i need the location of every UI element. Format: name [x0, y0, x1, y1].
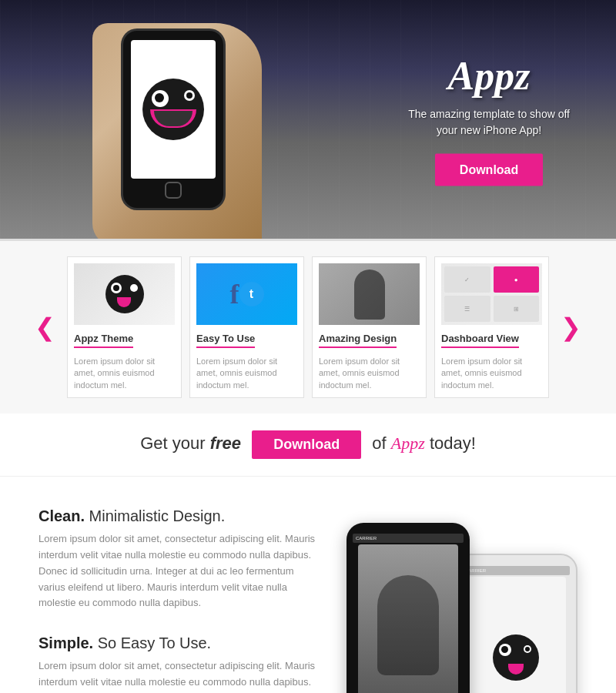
carousel-item-dashboard: ✓ ● ☰ ⊞ Dashboard View Lorem ipsum dolor… — [434, 256, 549, 398]
carousel-item-title-easy: Easy To Use — [196, 333, 255, 348]
feature-clean: Clean. Minimalistic Design. Lorem ipsum … — [38, 507, 316, 611]
banner-download-button[interactable]: Download — [252, 430, 361, 459]
carousel-item-text-design: Lorem ipsum dolor sit amet, omnis euismo… — [319, 356, 420, 391]
mini-monster — [105, 275, 144, 313]
phone-white: CARRIER — [454, 554, 578, 693]
carousel-img-design — [319, 263, 420, 325]
carousel-img-appz — [74, 263, 175, 325]
carousel-img-dashboard: ✓ ● ☰ ⊞ — [441, 263, 542, 325]
carousel-img-easy: f t — [196, 263, 297, 325]
hero-phone — [92, 23, 262, 239]
monster-eye-right — [184, 90, 195, 101]
dashboard-grid: ✓ ● ☰ ⊞ — [441, 263, 542, 325]
facebook-icon: f — [230, 278, 239, 310]
feature-simple: Simple. So Easy To Use. Lorem ipsum dolo… — [38, 634, 316, 693]
monster-mouth — [150, 109, 196, 128]
monster-body — [142, 79, 204, 140]
feature-simple-desc: Lorem ipsum dolor sit amet, consectetur … — [38, 658, 316, 693]
twitter-icon: t — [239, 282, 264, 306]
banner-free-word: free — [210, 434, 241, 453]
status-bar-white: CARRIER — [462, 566, 570, 575]
carousel-item-easy: f t Easy To Use Lorem ipsum dolor sit am… — [189, 256, 304, 398]
features-phones: CARRIER CARRIER — [346, 507, 578, 693]
carousel-item-title-dashboard: Dashboard View — [441, 333, 519, 348]
hero-content: Appz The amazing template to show off yo… — [408, 53, 570, 186]
phone-screen-white — [466, 577, 566, 693]
carousel-wrapper: ❮ Appz Theme Lorem ipsum dolor sit amet,… — [0, 256, 616, 398]
hero-title: Appz — [408, 53, 570, 99]
carousel-item-design: Amazing Design Lorem ipsum dolor sit ame… — [312, 256, 427, 398]
feature-simple-title: Simple. So Easy To Use. — [38, 634, 316, 652]
carousel-section: ❮ Appz Theme Lorem ipsum dolor sit amet,… — [0, 239, 616, 413]
feature-clean-desc: Lorem ipsum dolor sit amet, consectetur … — [38, 531, 316, 611]
carousel-item-text-easy: Lorem ipsum dolor sit amet, omnis euismo… — [196, 356, 297, 391]
carousel-item-title-appz: Appz Theme — [74, 333, 133, 348]
carousel-item-appz: Appz Theme Lorem ipsum dolor sit amet, o… — [67, 256, 182, 398]
phone-screen — [131, 40, 216, 179]
banner-prefix: Get your — [140, 434, 205, 453]
monster-eye-left — [152, 90, 169, 107]
carousel-item-title-design: Amazing Design — [319, 333, 397, 348]
carousel-next-arrow[interactable]: ❯ — [557, 313, 585, 342]
monster-small — [493, 634, 539, 681]
carousel-items: Appz Theme Lorem ipsum dolor sit amet, o… — [67, 256, 549, 398]
couple-silhouette — [354, 270, 385, 320]
banner-app-name: Appz — [391, 434, 425, 453]
monster-face — [142, 79, 204, 140]
phone-home-button — [165, 182, 182, 199]
carousel-item-text-appz: Lorem ipsum dolor sit amet, omnis euismo… — [74, 356, 175, 391]
free-banner-section: Get your free Download of Appz today! — [0, 413, 616, 477]
hero-download-button[interactable]: Download — [435, 154, 543, 186]
hero-subtitle: The amazing template to show off your ne… — [408, 106, 570, 139]
phone-black: CARRIER — [346, 523, 470, 693]
carousel-item-text-dashboard: Lorem ipsum dolor sit amet, omnis euismo… — [441, 356, 542, 391]
features-text: Clean. Minimalistic Design. Lorem ipsum … — [38, 507, 316, 693]
monster-mouth-inner — [154, 111, 192, 126]
couple-silhouette-main — [377, 575, 439, 675]
phone-device — [123, 31, 223, 208]
banner-suffix: today! — [430, 434, 476, 453]
phone-screen-black — [358, 544, 458, 693]
banner-middle: of — [372, 434, 386, 453]
feature-clean-title: Clean. Minimalistic Design. — [38, 507, 316, 525]
status-bar-black: CARRIER — [353, 534, 464, 543]
carousel-prev-arrow[interactable]: ❮ — [31, 313, 59, 342]
hero-section: Appz The amazing template to show off yo… — [0, 0, 616, 239]
features-section: Clean. Minimalistic Design. Lorem ipsum … — [0, 477, 616, 693]
